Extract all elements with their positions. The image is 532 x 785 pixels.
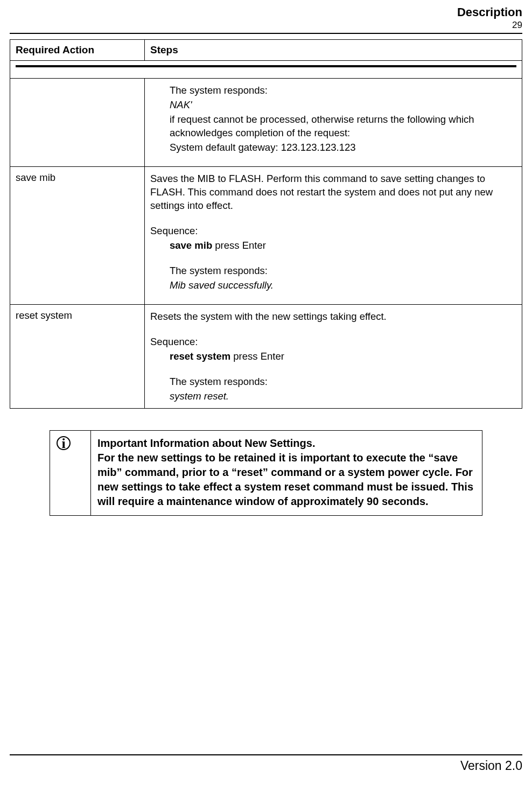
steps-cell: Resets the system with the new settings … (145, 304, 522, 409)
action-cell: save mib (10, 166, 145, 304)
cmd-rest: press Enter (212, 240, 266, 251)
sequence-command: save mib press Enter (170, 239, 516, 253)
response-value: System default gateway: 123.123.123.123 (170, 141, 516, 155)
info-text-cell: Important Information about New Settings… (91, 431, 482, 516)
footer-version: Version 2.0 (10, 759, 522, 773)
response-desc: if request cannot be processed, otherwis… (170, 113, 516, 140)
header-title: Description (10, 5, 522, 19)
cmd-bold: save mib (170, 240, 212, 251)
response-text: system reset. (170, 390, 516, 403)
action-cell: reset system (10, 304, 145, 409)
header-page-number: 29 (10, 20, 522, 31)
sequence-label: Sequence: (150, 225, 516, 238)
cmd-bold: reset system (170, 351, 230, 362)
header-divider (10, 33, 522, 34)
sequence-label: Sequence: (150, 335, 516, 349)
table-thick-divider (16, 65, 516, 67)
response-label: The system responds: (170, 84, 516, 97)
step-description: Saves the MIB to FLASH. Perform this com… (150, 172, 516, 213)
info-icon: i (57, 436, 71, 450)
table-header-steps: Steps (145, 40, 522, 61)
info-title: Important Information about New Settings… (97, 436, 475, 451)
table-row: save mib Saves the MIB to FLASH. Perform… (10, 166, 522, 304)
response-text: Mib saved successfully. (170, 279, 516, 292)
footer: Version 2.0 (10, 754, 522, 773)
sequence-command: reset system press Enter (170, 350, 516, 363)
step-description: Resets the system with the new settings … (150, 310, 516, 324)
info-icon-cell: i (50, 431, 91, 516)
response-nak: NAK' (170, 99, 516, 112)
steps-cell: Saves the MIB to FLASH. Perform this com… (145, 166, 522, 304)
response-label: The system responds: (170, 375, 516, 389)
footer-divider (10, 754, 522, 755)
cmd-rest: press Enter (230, 351, 284, 362)
steps-cell: The system responds: NAK' if request can… (145, 79, 522, 167)
response-label: The system responds: (170, 264, 516, 278)
commands-table: Required Action Steps The system respond… (10, 39, 522, 409)
action-cell (10, 79, 145, 167)
table-header-action: Required Action (10, 40, 145, 61)
info-box: i Important Information about New Settin… (50, 430, 482, 516)
table-row: reset system Resets the system with the … (10, 304, 522, 409)
table-row: The system responds: NAK' if request can… (10, 79, 522, 167)
info-body: For the new settings to be retained it i… (97, 451, 475, 509)
